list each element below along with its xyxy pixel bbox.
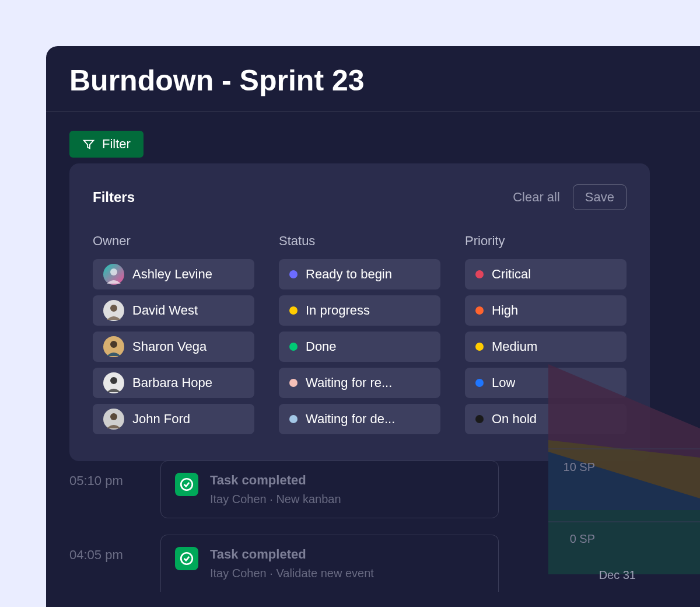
status-dot-icon [289, 343, 298, 351]
filters-actions: Clear all Save [513, 184, 626, 210]
activity-row: 05:10 pm Task completed Itay Cohen · New… [69, 461, 700, 518]
svg-point-6 [110, 413, 117, 420]
owner-chip-label: David West [132, 303, 198, 318]
filters-title: Filters [93, 189, 135, 205]
sp-label: 10 SP [564, 461, 595, 474]
priority-dot-icon [475, 379, 484, 387]
owner-column: Owner Ashley Levine David West [93, 233, 254, 440]
owner-chip[interactable]: David West [93, 295, 254, 326]
status-chip[interactable]: Ready to begin [279, 259, 440, 289]
activity-title: Task completed [210, 547, 484, 562]
priority-chip-label: Medium [492, 339, 537, 354]
owner-chip-label: Barbara Hope [132, 375, 212, 390]
sp-label: 0 SP [564, 532, 595, 546]
status-chip-label: In progress [306, 303, 370, 318]
status-dot-icon [289, 306, 298, 315]
avatar [103, 300, 124, 321]
priority-column-label: Priority [465, 233, 626, 249]
avatar [103, 372, 124, 393]
toolbar: Filter [46, 112, 700, 158]
check-circle-icon [175, 547, 198, 570]
sp-axis-labels: 10 SP 0 SP [564, 461, 595, 546]
owner-chip[interactable]: Ashley Levine [93, 259, 254, 289]
priority-dot-icon [475, 306, 484, 315]
filter-button-label: Filter [102, 137, 131, 152]
activity-row: 04:05 pm Task completed Itay Cohen · Val… [69, 535, 700, 592]
activity-subtitle: Itay Cohen · New kanban [210, 493, 484, 506]
filters-header: Filters Clear all Save [93, 184, 626, 210]
priority-chip-label: Low [492, 375, 515, 390]
avatar [103, 336, 124, 357]
activity-text: Task completed Itay Cohen · Validate new… [210, 547, 484, 580]
status-chip[interactable]: Waiting for re... [279, 368, 440, 398]
activity-feed: 10 SP 0 SP 05:10 pm Task completed Itay … [69, 461, 700, 607]
activity-title: Task completed [210, 473, 484, 488]
owner-chip[interactable]: Barbara Hope [93, 368, 254, 398]
activity-card[interactable]: Task completed Itay Cohen · New kanban [160, 461, 499, 518]
priority-chip-label: High [492, 303, 518, 318]
activity-card[interactable]: Task completed Itay Cohen · Validate new… [160, 535, 499, 592]
status-dot-icon [289, 415, 298, 423]
activity-time: 05:10 pm [69, 461, 145, 489]
x-axis-date-label: Dec 31 [599, 568, 636, 582]
owner-chip[interactable]: John Ford [93, 404, 254, 434]
clear-all-button[interactable]: Clear all [513, 190, 560, 205]
activity-time: 04:05 pm [69, 535, 145, 563]
svg-point-2 [110, 268, 117, 275]
page-title: Burndown - Sprint 23 [46, 46, 700, 111]
svg-point-4 [110, 341, 117, 348]
status-chip[interactable]: In progress [279, 295, 440, 326]
priority-dot-icon [475, 343, 484, 351]
priority-dot-icon [475, 270, 484, 278]
owner-chip-label: Sharon Vega [132, 339, 206, 354]
status-column-label: Status [279, 233, 440, 249]
status-dot-icon [289, 379, 298, 387]
owner-chip[interactable]: Sharon Vega [93, 332, 254, 362]
burndown-panel: Burndown - Sprint 23 Filter Filters Clea… [46, 46, 700, 607]
svg-point-5 [110, 377, 117, 384]
status-chip-label: Ready to begin [306, 267, 392, 282]
owner-chip-label: Ashley Levine [132, 267, 212, 282]
owner-chip-label: John Ford [132, 411, 190, 427]
priority-dot-icon [475, 415, 484, 423]
priority-chip-label: On hold [492, 411, 537, 427]
filter-columns: Owner Ashley Levine David West [93, 233, 626, 440]
save-button[interactable]: Save [573, 184, 626, 210]
svg-point-3 [110, 305, 117, 312]
filter-button[interactable]: Filter [69, 131, 144, 158]
priority-chip-label: Critical [492, 267, 531, 282]
owner-column-label: Owner [93, 233, 254, 249]
status-dot-icon [289, 270, 298, 278]
activity-text: Task completed Itay Cohen · New kanban [210, 473, 484, 506]
status-chip[interactable]: Waiting for de... [279, 404, 440, 434]
check-circle-icon [175, 473, 198, 496]
status-column: Status Ready to begin In progress Done W… [279, 233, 440, 440]
avatar [103, 409, 124, 430]
filter-icon [82, 138, 95, 151]
activity-subtitle: Itay Cohen · Validate new event [210, 567, 484, 580]
status-chip-label: Done [306, 339, 337, 354]
status-chip[interactable]: Done [279, 332, 440, 362]
avatar [103, 264, 124, 285]
status-chip-label: Waiting for re... [306, 375, 392, 390]
status-chip-label: Waiting for de... [306, 411, 395, 427]
